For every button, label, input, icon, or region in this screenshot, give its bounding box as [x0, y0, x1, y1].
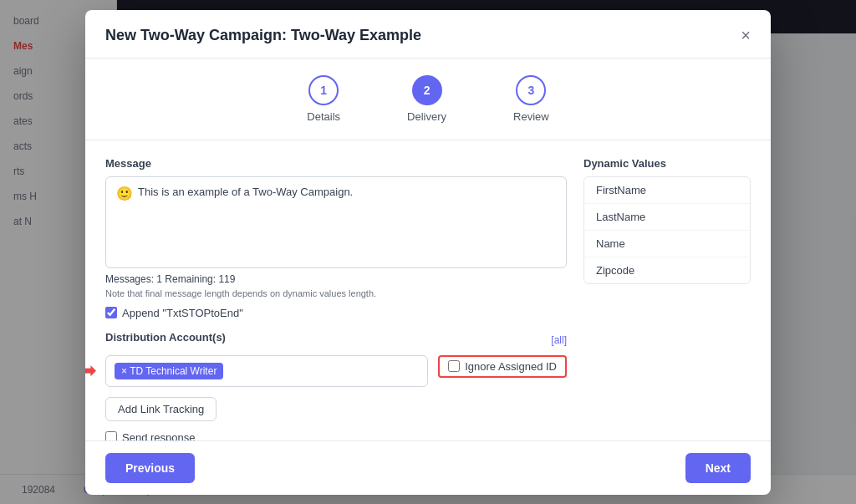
message-count: Messages: 1 Remaining: 119	[105, 273, 567, 285]
ignore-id-checkbox[interactable]	[448, 360, 460, 372]
append-label: Append "TxtSTOPtoEnd"	[122, 307, 243, 319]
step-1-label: Details	[307, 110, 340, 123]
step-1: 1 Details	[307, 75, 340, 123]
distribution-box[interactable]: × TD Technical Writer	[105, 355, 428, 387]
modal-backdrop: New Two-Way Campaign: Two-Way Example × …	[0, 0, 856, 504]
message-box[interactable]: 🙂 This is an example of a Two-Way Campai…	[105, 176, 567, 268]
dynamic-values-panel: FirstName LastName Name Zipcode	[583, 176, 751, 284]
dynamic-value-lastname[interactable]: LastName	[584, 204, 750, 231]
close-button[interactable]: ×	[741, 27, 751, 43]
append-row: Append "TxtSTOPtoEnd"	[105, 307, 567, 319]
step-3-circle: 3	[516, 75, 546, 105]
add-link-button[interactable]: Add Link Tracking	[105, 397, 217, 421]
body-main: Message 🙂 This is an example of a Two-Wa…	[105, 157, 567, 440]
append-checkbox[interactable]	[105, 307, 117, 318]
modal-header: New Two-Way Campaign: Two-Way Example ×	[85, 10, 771, 59]
message-label: Message	[105, 157, 567, 170]
smiley-icon: 🙂	[116, 186, 133, 201]
send-response-checkbox[interactable]	[105, 431, 117, 440]
body-layout: Message 🙂 This is an example of a Two-Wa…	[105, 157, 751, 440]
step-2-label: Delivery	[407, 110, 446, 123]
ignore-id-label: Ignore Assigned ID	[465, 360, 557, 373]
append-checkbox-label[interactable]: Append "TxtSTOPtoEnd"	[105, 307, 243, 319]
distribution-wrapper: ➡ × TD Technical Writer	[105, 355, 428, 387]
dynamic-value-name[interactable]: Name	[584, 231, 750, 257]
previous-button[interactable]: Previous	[105, 453, 195, 483]
dynamic-value-zipcode[interactable]: Zipcode	[584, 257, 750, 283]
distribution-tag[interactable]: × TD Technical Writer	[115, 363, 223, 379]
arrow-icon: ➡	[85, 360, 95, 382]
modal-footer: Previous Next	[85, 440, 771, 495]
step-3-label: Review	[513, 110, 549, 123]
distribution-row: Distribution Account(s) [all]	[105, 331, 567, 350]
step-2-circle: 2	[412, 75, 442, 105]
modal-body: Message 🙂 This is an example of a Two-Wa…	[85, 140, 771, 440]
send-response-label[interactable]: Send response	[105, 431, 195, 440]
distribution-label: Distribution Account(s)	[105, 331, 226, 344]
modal: New Two-Way Campaign: Two-Way Example × …	[85, 10, 771, 495]
step-1-circle: 1	[308, 75, 339, 105]
send-response-row: Send response	[105, 431, 567, 440]
step-3: 3 Review	[513, 75, 549, 123]
distribution-all-link[interactable]: [all]	[551, 334, 567, 346]
message-hint: Note that final message length depends o…	[105, 288, 567, 298]
distribution-input-area: ➡ × TD Technical Writer Ignore Assigned …	[105, 355, 567, 387]
modal-title: New Two-Way Campaign: Two-Way Example	[105, 27, 421, 44]
dynamic-value-firstname[interactable]: FirstName	[584, 177, 750, 204]
message-text: This is an example of a Two-Way Campaign…	[138, 186, 353, 198]
send-response-text: Send response	[122, 431, 195, 440]
body-side: Dynamic Values FirstName LastName Name Z…	[583, 157, 751, 440]
next-button[interactable]: Next	[685, 453, 751, 483]
dynamic-values-title: Dynamic Values	[583, 157, 751, 170]
stepper: 1 Details 2 Delivery 3 Review	[85, 59, 771, 140]
ignore-id-box: Ignore Assigned ID	[438, 355, 567, 378]
step-2: 2 Delivery	[407, 75, 446, 123]
